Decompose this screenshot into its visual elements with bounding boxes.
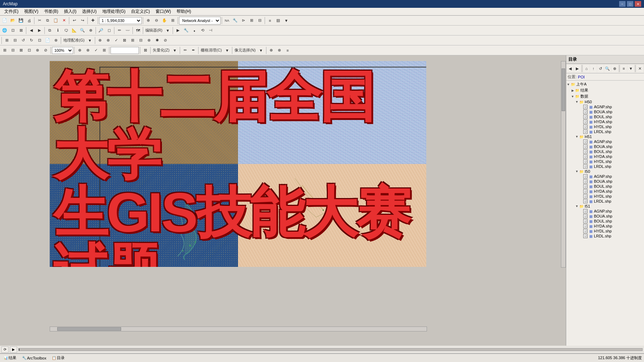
layer-checkbox[interactable]: ☑ xyxy=(583,199,588,203)
r4-btn6[interactable]: ⊘ xyxy=(42,46,49,54)
tree-item-H50-HYDA[interactable]: ☑▦HYDA.shp xyxy=(566,119,644,124)
layer-checkbox[interactable]: ☑ xyxy=(583,179,588,183)
play-btn[interactable]: ▶ xyxy=(174,27,182,34)
toc-close-btn[interactable]: ✕ xyxy=(637,65,643,72)
expand-icon[interactable]: ▼ xyxy=(575,169,579,174)
layer-checkbox[interactable]: ☑ xyxy=(583,224,588,228)
toc-search-btn[interactable]: 🔍 xyxy=(604,65,611,72)
status-result-btn[interactable]: 📊 结果 xyxy=(2,355,18,362)
map-vscroll-thumb[interactable] xyxy=(562,68,565,111)
tree-item-H50-BOUA[interactable]: ☑▦BOUA.shp xyxy=(566,109,644,114)
r4-export1[interactable]: ⊕ xyxy=(76,46,83,54)
r4-misc1[interactable]: ⊠ xyxy=(141,46,149,54)
layer-checkbox[interactable]: ☑ xyxy=(583,174,588,179)
r4-export3[interactable]: ✓ xyxy=(92,46,100,54)
r4-btn1[interactable]: ⊞ xyxy=(1,46,9,54)
map-hscroll-thumb[interactable] xyxy=(57,327,121,331)
r4-px3[interactable]: ≡ xyxy=(284,46,292,54)
tree-item-I51-HYDL[interactable]: ☑▦HYDL.shp xyxy=(566,229,644,234)
r3-btn4[interactable]: ↻ xyxy=(27,37,35,44)
add-data-button[interactable]: ✚ xyxy=(89,17,97,24)
na-btn3[interactable]: ⊳ xyxy=(239,17,247,24)
layer-checkbox[interactable]: ☑ xyxy=(583,154,588,159)
layer-checkbox[interactable]: ☑ xyxy=(583,234,588,238)
layer-checkbox[interactable]: ☑ xyxy=(583,125,588,129)
r3-btn5[interactable]: ⊡ xyxy=(36,37,43,44)
tree-item-I51[interactable]: ▼📁I51 xyxy=(566,204,644,209)
undo-button[interactable]: ↩ xyxy=(70,17,78,24)
r3-gm5[interactable]: ⊞ xyxy=(129,37,137,44)
tree-item-jie-guo[interactable]: ▶📁结果 xyxy=(566,87,644,93)
expand-icon[interactable]: ▼ xyxy=(575,100,579,104)
r3-gm8[interactable]: ✱ xyxy=(153,37,161,44)
layer-checkbox[interactable]: ☑ xyxy=(583,139,588,144)
menu-window[interactable]: 窗口(W) xyxy=(153,8,174,15)
gridclean-dropdown[interactable]: ▼ xyxy=(223,46,231,54)
redo-button[interactable]: ↪ xyxy=(79,17,86,24)
r4-btn2[interactable]: ⊟ xyxy=(9,46,17,54)
r3-gm9[interactable]: ⊘ xyxy=(162,37,169,44)
zoom-sel-btn[interactable]: 🔎 xyxy=(97,27,105,34)
layer-checkbox[interactable]: ☑ xyxy=(583,120,588,124)
r3-btn6[interactable]: 📄 xyxy=(44,37,52,44)
scale-dropdown[interactable]: 1 : 5,994,030 xyxy=(99,17,142,24)
layer-checkbox[interactable]: ☑ xyxy=(583,189,588,193)
r4-px2[interactable]: ⊗ xyxy=(276,46,283,54)
r4-vec2[interactable]: ✒ xyxy=(189,46,197,54)
save-button[interactable]: 💾 xyxy=(17,17,25,24)
map-vscroll[interactable] xyxy=(561,61,566,268)
toc-options-btn[interactable]: ▼ xyxy=(627,65,634,72)
layer-checkbox[interactable]: ☑ xyxy=(583,164,588,169)
tree-item-I50-HYDL[interactable]: ☑▦HYDL.shp xyxy=(566,194,644,199)
tree-item-H51-LRDL[interactable]: ☑▦LRDL.shp xyxy=(566,164,644,169)
toc-location-value[interactable]: POI xyxy=(578,75,585,79)
layer-checkbox[interactable]: ☑ xyxy=(583,194,588,198)
tree-item-H51[interactable]: ▼📁H51 xyxy=(566,134,644,139)
layer-btn1[interactable]: ≡ xyxy=(266,17,274,24)
r3-gm1[interactable]: ⊕ xyxy=(96,37,104,44)
layer-checkbox[interactable]: ☑ xyxy=(583,110,588,114)
tree-item-H50[interactable]: ▼📁H50 xyxy=(566,99,644,104)
tree-item-H51-BOUL[interactable]: ☑▦BOUL.shp xyxy=(566,149,644,154)
r4-btn3[interactable]: ⊠ xyxy=(17,46,25,54)
toc-refresh-btn[interactable]: ↺ xyxy=(597,65,604,72)
status-toolbox-btn[interactable]: 🔧 ArcToolbox xyxy=(21,355,48,362)
r3-gm7[interactable]: ⊗ xyxy=(145,37,153,44)
tree-item-H51-AGNP[interactable]: ☑▦AGNP.shp xyxy=(566,139,644,144)
tree-item-I51-BOUL[interactable]: ☑▦BOUL.shp xyxy=(566,219,644,224)
zoom-out-button[interactable]: ⊖ xyxy=(152,17,160,24)
tree-item-shu-ju[interactable]: ▼📁数据 xyxy=(566,93,644,99)
pan-button[interactable]: ✋ xyxy=(161,17,168,24)
toc-home-btn[interactable]: ⌂ xyxy=(583,65,590,72)
open-button[interactable]: 📂 xyxy=(9,17,17,24)
forward-btn[interactable]: ▶ xyxy=(36,27,43,34)
zoom-in-button[interactable]: ⊕ xyxy=(144,17,152,24)
tree-item-I51-HYDA[interactable]: ☑▦HYDA.shp xyxy=(566,224,644,229)
layer-checkbox[interactable]: ☑ xyxy=(583,219,588,223)
zoom-dropdown[interactable]: 100% xyxy=(52,47,73,54)
r3-gm4[interactable]: ⊠ xyxy=(121,37,129,44)
map-area[interactable]: 第十二届全国大学 生GIS技能大赛试题 xyxy=(0,55,566,346)
r3-btn3[interactable]: ↺ xyxy=(19,37,27,44)
r4-export4[interactable]: ⊞ xyxy=(100,46,108,54)
map-hscroll[interactable] xyxy=(50,327,427,331)
expand-icon[interactable]: ▶ xyxy=(570,88,575,93)
sketch-btn[interactable]: ✏ xyxy=(115,27,123,34)
tree-item-I50-BOUL[interactable]: ☑▦BOUL.shp xyxy=(566,184,644,189)
select-layer-btn[interactable]: ⧉ xyxy=(46,27,54,34)
r4-vec1[interactable]: ✏ xyxy=(181,46,189,54)
tree-item-H51-HYDL[interactable]: ☑▦HYDL.shp xyxy=(566,159,644,164)
status-toc-btn[interactable]: 📋 目录 xyxy=(50,355,66,362)
r3-btn2[interactable]: ⊟ xyxy=(11,37,19,44)
layer-btn3[interactable]: ▼ xyxy=(282,17,290,24)
pixelselect-dropdown[interactable]: ▼ xyxy=(257,46,265,54)
arcpad-btn[interactable]: 🗺 xyxy=(134,27,142,34)
layer-checkbox[interactable]: ☑ xyxy=(583,105,588,109)
r3-gm6[interactable]: ⊟ xyxy=(137,37,145,44)
toc-up-btn[interactable]: ↑ xyxy=(590,65,597,72)
maximize-button[interactable]: □ xyxy=(627,1,633,7)
clear-sel-btn[interactable]: ◻ xyxy=(105,27,113,34)
toc-connect-btn[interactable]: ⊕ xyxy=(611,65,618,72)
geomatch-dropdown-btn[interactable]: ▼ xyxy=(86,37,94,44)
copy-button[interactable]: ⧉ xyxy=(44,17,52,24)
